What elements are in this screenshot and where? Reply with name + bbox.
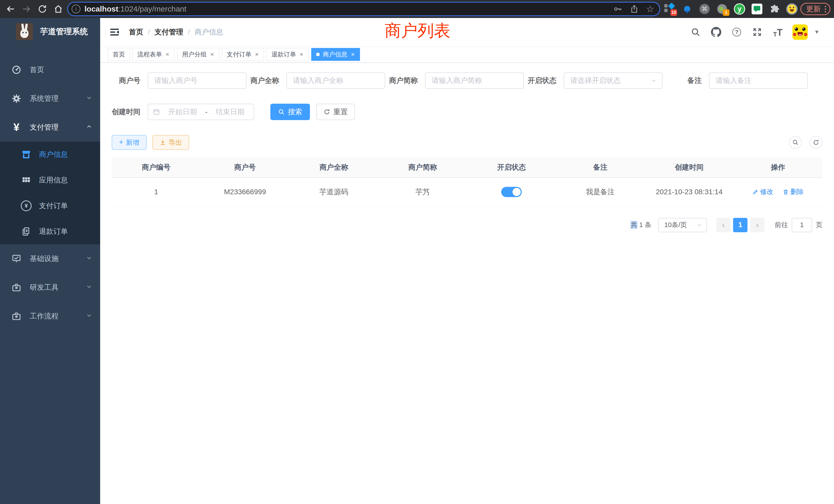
pencil-icon [752,189,759,195]
grid-icon [20,175,32,185]
github-icon[interactable] [710,26,722,38]
back-button[interactable] [3,2,19,16]
filter-row-2: 创建时间 开始日期 - 结束日期 搜索 重置 [112,104,822,120]
goto-label: 前往 [775,221,788,229]
tab-pay-order[interactable]: 支付订单× [222,48,264,61]
status-select[interactable]: 请选择开启状态 [564,72,662,89]
reset-button[interactable]: 重置 [316,104,355,120]
end-date-placeholder: 结束日期 [211,107,249,117]
col-merchant-short: 商户简称 [378,157,467,178]
avatar-caret-icon[interactable]: ▼ [814,29,820,36]
export-button[interactable]: 导出 [152,135,189,150]
help-icon[interactable]: ? [731,26,743,38]
close-icon[interactable]: × [165,51,170,58]
home-button[interactable] [50,2,66,16]
bookmark-star-icon[interactable]: ☆ [646,4,654,14]
screen: i localhost:1024/pay/merchant ☆ 10 ⌘ 1 y [0,0,834,504]
delete-link[interactable]: 删除 [783,187,804,196]
extensions-puzzle-icon[interactable] [769,3,780,16]
sidebar-item-label: 商户信息 [39,150,92,159]
sidebar-item-workflow[interactable]: 工作流程 [0,302,100,330]
sidebar-item-label: 退款订单 [39,227,92,236]
total-suffix: 条 [645,221,652,229]
merchant-short-input[interactable] [425,72,524,89]
field-label: 商户全称 [250,76,279,86]
reset-label: 重置 [333,107,348,117]
url-bar[interactable]: i localhost:1024/pay/merchant ☆ [67,2,660,16]
site-info-icon[interactable]: i [72,5,80,13]
hide-search-button[interactable] [789,136,802,149]
browser-update-button[interactable]: 更新 [800,3,830,15]
page-size-select[interactable]: 10条/页 [658,218,707,232]
fullscreen-icon[interactable] [751,26,763,38]
tab-user-group[interactable]: 用户分组× [177,48,219,61]
navbar-actions: ? TT ▼ [690,24,820,40]
font-size-icon[interactable]: TT [772,26,784,38]
date-range-picker[interactable]: 开始日期 - 结束日期 [148,104,254,120]
annotation-merchant-list: 商户列表 [385,20,451,42]
sidebar-logo[interactable]: 芋道管理系统 [0,18,100,45]
breadcrumb-home[interactable]: 首页 [129,27,143,37]
user-avatar[interactable] [792,24,808,40]
close-icon[interactable]: × [210,51,214,58]
sidebar-item-home[interactable]: 首页 [0,55,100,84]
tab-merchant-info[interactable]: 商户信息× [311,48,360,61]
cell-create-time: 2021-10-23 08:31:14 [645,178,733,206]
extension-pin-icon[interactable] [681,3,693,16]
tab-label: 流程表单 [137,50,162,59]
add-button[interactable]: + 新增 [112,135,147,150]
browser-menu-icon[interactable] [825,6,826,12]
chevron-down-icon [86,94,92,103]
page-1-button[interactable]: 1 [733,218,747,232]
extension-chat-icon[interactable] [751,3,763,16]
extension-y-icon[interactable]: y [733,3,745,16]
logo-rabbit-image [16,23,33,40]
sidebar-item-infrastructure[interactable]: 基础设施 [0,244,100,273]
status-toggle[interactable] [501,187,522,197]
search-icon [278,109,285,115]
close-icon[interactable]: × [255,51,259,58]
sidebar-collapse-icon[interactable] [109,26,120,38]
extension-command-icon[interactable]: ⌘ [699,3,710,16]
goto-page: 前往 页 [775,218,822,232]
extension-tampermonkey-icon[interactable]: 10 [664,3,676,16]
sidebar-item-payment[interactable]: ¥ 支付管理 [0,113,100,142]
tags-view-bar: 首页 流程表单× 用户分组× 支付订单× 退款订单× 商户信息× [100,46,834,63]
cell-merchant-name: 芋道源码 [289,178,378,206]
total-prefix: 共 [631,221,637,229]
tab-home[interactable]: 首页 [108,48,130,61]
goto-page-input[interactable] [792,218,812,232]
remark-input[interactable] [709,72,808,89]
trash-icon [783,189,789,195]
calendar-icon [153,108,160,115]
sidebar-item-system[interactable]: 系统管理 [0,84,100,113]
browser-profile-avatar[interactable] [786,3,798,16]
extension-proxy-icon[interactable]: 1 [716,3,728,16]
next-page-button[interactable]: › [750,218,764,232]
sidebar-item-dev-tools[interactable]: 研发工具 [0,273,100,302]
merchant-no-input[interactable] [148,72,246,89]
merchant-table: 商户编号 商户号 商户全称 商户简称 开启状态 备注 创建时间 操作 1 [112,157,822,207]
extensions-strip: 10 ⌘ 1 y [664,3,798,16]
tab-refund-order[interactable]: 退款订单× [266,48,309,61]
edit-link[interactable]: 修改 [752,187,773,196]
search-button[interactable]: 搜索 [270,104,310,120]
sidebar-item-merchant-info[interactable]: 商户信息 [0,142,100,167]
sidebar-item-pay-order[interactable]: ¥ 支付订单 [0,193,100,219]
forward-button[interactable] [19,2,35,16]
sidebar-item-app-info[interactable]: 应用信息 [0,167,100,193]
refresh-icon [324,109,330,115]
search-icon[interactable] [690,26,702,38]
refresh-table-button[interactable] [810,136,822,149]
password-key-icon[interactable] [613,4,622,14]
close-icon[interactable]: × [299,51,304,58]
share-icon[interactable] [630,4,639,14]
sidebar-item-refund-order[interactable]: 退款订单 [0,219,100,244]
tab-process-form[interactable]: 流程表单× [132,48,175,61]
url-host: localhost [85,5,118,13]
reload-button[interactable] [35,2,50,16]
close-icon[interactable]: × [351,51,355,58]
merchant-name-input[interactable] [286,72,385,89]
breadcrumb-payment[interactable]: 支付管理 [155,27,183,37]
prev-page-button[interactable]: ‹ [716,218,730,232]
